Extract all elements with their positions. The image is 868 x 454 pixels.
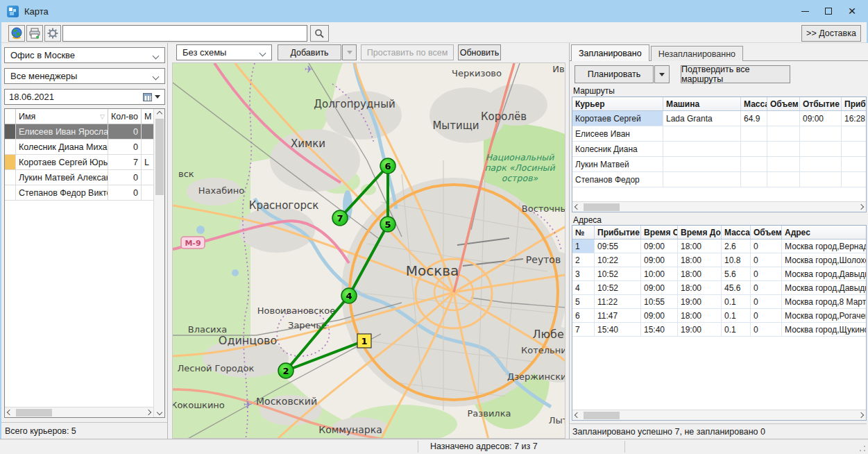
courier-cell [142, 170, 153, 185]
date-picker[interactable]: 18.06.2021 [4, 89, 165, 105]
table-row[interactable]: 611:4709:0018:000.10Москва город,Рогачев [572, 309, 866, 323]
table-cell: 19:00 [678, 323, 722, 336]
courier-name: Колесник Диана Михайловна [16, 140, 108, 154]
scroll-thumb[interactable] [584, 203, 620, 211]
scroll-right-icon[interactable] [856, 202, 866, 212]
column-header[interactable]: Масса [741, 97, 767, 110]
column-header[interactable]: Объем [751, 226, 782, 239]
column-header[interactable]: Объем [767, 97, 800, 110]
table-cell: 10:52 [595, 281, 641, 294]
scroll-left-icon[interactable] [572, 410, 582, 420]
courier-row[interactable]: Лукин Матвей Александрович0 [5, 170, 153, 185]
tab-unplanned[interactable]: Незапланированно [651, 46, 743, 61]
search-input[interactable] [62, 25, 307, 42]
couriers-grid-header: Имя▽ Кол-во М [5, 109, 153, 124]
plan-button[interactable]: Планировать [575, 65, 654, 83]
couriers-hscrollbar[interactable] [5, 407, 153, 417]
courier-row[interactable]: Колесник Диана Михайловна0 [5, 140, 153, 155]
third-column-header[interactable]: М [142, 109, 153, 124]
table-row[interactable]: Колесник Диана [572, 142, 866, 157]
table-row[interactable]: 210:2209:0018:0010.80Москва город,Шолохо [572, 253, 866, 267]
scroll-left-icon[interactable] [572, 202, 582, 212]
globe-button[interactable] [8, 25, 25, 42]
scroll-thumb[interactable] [155, 119, 164, 195]
table-row[interactable]: 109:5509:0018:002.60Москва город,Вернадс [572, 239, 866, 253]
column-header[interactable]: Курьер [572, 97, 663, 110]
scroll-thumb[interactable] [584, 412, 620, 419]
table-row[interactable]: Степанов Федор [572, 172, 866, 187]
settings-button[interactable] [44, 25, 61, 42]
table-cell: Москва город,Давыдк [782, 267, 867, 280]
scheme-select[interactable]: Без схемы [176, 44, 272, 60]
couriers-vscrollbar[interactable] [153, 109, 164, 417]
table-cell: 0.1 [722, 309, 751, 322]
column-header[interactable]: Адрес [782, 226, 867, 239]
courier-row[interactable]: Степанов Федор Викторович0 [5, 185, 153, 201]
column-header[interactable]: Отбытие [800, 97, 842, 110]
count-column-header[interactable]: Кол-во [108, 109, 142, 124]
maximize-icon [825, 8, 832, 15]
column-header[interactable]: Время До [678, 226, 722, 239]
search-button[interactable] [310, 25, 329, 42]
column-header[interactable]: Прибытие [842, 97, 867, 110]
color-column-header[interactable] [5, 109, 16, 124]
routes-label: Маршруты [573, 86, 615, 96]
managers-select[interactable]: Все менеджеры [4, 68, 165, 84]
table-row[interactable]: Коротаев СергейLada Granta64.909:0016:28 [572, 111, 866, 126]
table-cell [663, 172, 741, 187]
courier-row[interactable]: Коротаев Сергей Юрьевич7L [5, 155, 153, 170]
courier-name: Степанов Федор Викторович [16, 185, 108, 200]
table-cell: 09:00 [641, 253, 678, 267]
table-cell: 2 [572, 253, 595, 267]
scroll-left-icon[interactable] [5, 407, 15, 417]
table-row[interactable]: 715:4015:4019:000.10Москва город,Щукинс [572, 323, 866, 337]
dropdown-arrow-icon [347, 51, 352, 54]
column-header[interactable]: № [572, 226, 595, 239]
table-row[interactable]: 310:5210:0018:005.60Москва город,Давыдк [572, 267, 866, 281]
column-header[interactable]: Машина [663, 97, 741, 110]
confirm-routes-button[interactable]: Подтвердить все маршруты [681, 65, 790, 83]
column-header[interactable]: Время С [641, 226, 678, 239]
add-button[interactable]: Добавить [278, 44, 341, 60]
table-cell: 10:52 [595, 267, 641, 280]
apply-all-button[interactable]: Проставить по всем [361, 44, 454, 60]
print-button[interactable] [26, 25, 43, 42]
table-row[interactable]: 511:2210:5519:000.10Москва город,8 Марта [572, 295, 866, 309]
table-cell: Степанов Федор [572, 172, 663, 187]
table-row[interactable]: Лукин Матвей [572, 157, 866, 172]
add-dropdown-button[interactable] [342, 44, 357, 60]
name-column-header[interactable]: Имя▽ [16, 109, 108, 124]
scroll-right-icon[interactable] [856, 410, 866, 420]
scroll-up-icon[interactable] [155, 109, 164, 119]
close-button[interactable]: × [840, 2, 864, 20]
refresh-button[interactable]: Обновить [458, 44, 501, 60]
courier-row[interactable]: Елисеев Иван Ярославович0 [5, 124, 153, 140]
column-header[interactable]: Прибытие [595, 226, 641, 239]
minimize-button[interactable] [793, 2, 817, 20]
scroll-thumb[interactable] [16, 409, 52, 417]
office-select[interactable]: Офис в Москве [4, 47, 165, 63]
resize-grip[interactable] [859, 445, 866, 452]
maximize-button[interactable] [817, 2, 840, 20]
table-row[interactable]: 410:5209:0018:0045.60Москва город,Давыдк [572, 281, 866, 295]
map-park-label: парк «Лосиный [484, 162, 555, 173]
column-header[interactable]: Масса [722, 226, 751, 239]
map-place-label: Коммунарка [318, 424, 382, 435]
app-icon [7, 6, 19, 17]
sort-icon: ▽ [100, 113, 105, 120]
map-canvas[interactable]: М-9✈✈ вскНахабиноКрасногорскХимкиДолгопр… [172, 62, 565, 439]
tab-planned[interactable]: Запланировано [571, 44, 649, 61]
plan-dropdown-button[interactable] [654, 65, 670, 83]
routes-grid-header: КурьерМашинаМассаОбъемОтбытиеПрибытие [572, 97, 866, 111]
table-cell: 18:00 [678, 239, 722, 253]
scroll-down-icon[interactable] [155, 407, 164, 417]
delivery-button[interactable]: >> Доставка [801, 25, 861, 42]
routes-hscrollbar[interactable] [572, 201, 866, 212]
map-place-label: Красногорск [249, 199, 318, 212]
addresses-hscrollbar[interactable] [572, 410, 866, 420]
status-separator [418, 441, 418, 453]
courier-name: Лукин Матвей Александрович [16, 170, 108, 185]
scroll-right-icon[interactable] [144, 407, 153, 417]
table-row[interactable]: Елисеев Иван [572, 126, 866, 142]
courier-color-swatch [5, 170, 16, 185]
